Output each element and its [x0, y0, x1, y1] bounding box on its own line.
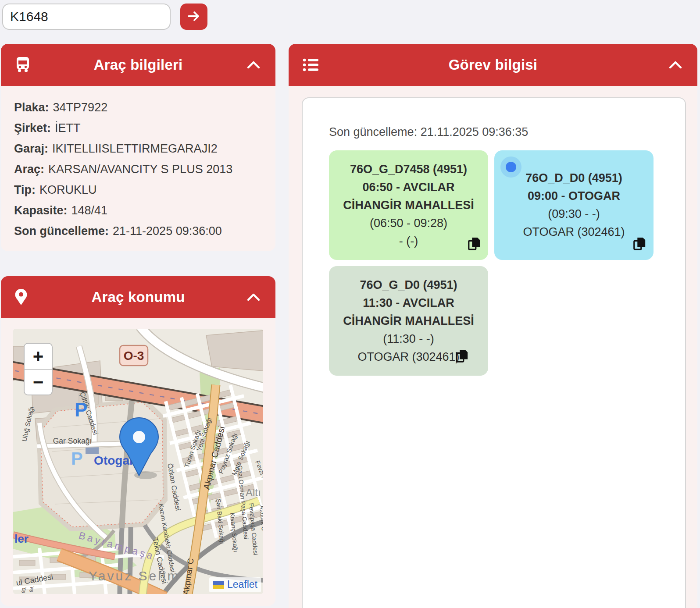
task-card: 76O_G_D7458 (4951) 06:50 - AVCILAR CİHAN… [329, 150, 488, 260]
vehicle-info-header[interactable]: Araç bilgileri [1, 44, 275, 86]
task-info-panel: Görev bilgisi Son güncelleme: 21.11.2025… [289, 44, 697, 608]
map-label-yavuz-selim: Yavuz Selim [89, 569, 180, 583]
task-route: 09:00 - OTOGAR [528, 187, 620, 205]
map-label-o3: O-3 [124, 349, 144, 363]
search-bar [2, 4, 207, 30]
bus-icon [14, 56, 34, 74]
map-parking-icon: P [71, 449, 83, 468]
vehicle-field-kapasite: Kapasite:148/41 [14, 200, 262, 221]
list-icon [302, 56, 322, 74]
task-title: 76O_G_D0 (4951) [360, 276, 457, 294]
task-stop: OTOGAR (302461) [357, 348, 459, 366]
tasks-last-update: Son güncelleme: 21.11.2025 09:36:35 [329, 125, 685, 139]
task-info-header[interactable]: Görev bilgisi [289, 44, 697, 86]
map-label-gar: Gar Sokağı [53, 437, 92, 445]
vehicle-field-garaj: Garaj:IKITELLIISLETTIRMEGARAJI2 [14, 139, 262, 159]
vehicle-info-title: Araç bilgileri [34, 57, 242, 73]
active-status-dot [506, 162, 516, 172]
collapse-chevron-up-icon[interactable] [242, 59, 262, 71]
arrow-right-icon [186, 9, 201, 25]
vehicle-info-body: Plaka:34TP7922 Şirket:İETT Garaj:IKITELL… [1, 86, 275, 251]
map-parking-icon: P [75, 399, 87, 420]
vehicle-field-son-guncelleme: Son güncelleme:21-11-2025 09:36:00 [14, 221, 262, 242]
vehicle-field-arac: Araç:KARSAN/AVANCITY S PLUS 2013 [14, 159, 262, 180]
task-card-active: 76O_D_D0 (4951) 09:00 - OTOGAR (09:30 - … [494, 150, 654, 260]
leaflet-map[interactable]: + − Leaflet [13, 329, 263, 594]
task-stop: OTOGAR (302461) [523, 223, 625, 241]
task-time-window: (09:30 - -) [548, 205, 600, 223]
map-label-alti: Altı [246, 487, 261, 498]
map-o3-badge: O-3 [120, 345, 148, 366]
collapse-chevron-up-icon[interactable] [664, 59, 684, 71]
task-route: 06:50 - AVCILAR CİHANGİR MAHALLESİ [339, 178, 479, 214]
task-time-window: (11:30 - -) [383, 330, 434, 348]
task-stop: - (-) [399, 232, 418, 250]
map-zoom-out-button[interactable]: − [25, 369, 52, 395]
location-pin-icon [14, 288, 34, 306]
vehicle-field-tip: Tip:KORUKLU [14, 180, 262, 200]
vehicle-location-title: Araç konumu [34, 289, 242, 306]
copy-icon[interactable] [455, 348, 469, 365]
task-card: 76O_G_D0 (4951) 11:30 - AVCILAR CİHANGİR… [329, 266, 488, 376]
collapse-chevron-up-icon[interactable] [242, 292, 262, 303]
task-title: 76O_D_D0 (4951) [525, 169, 622, 187]
map-zoom-control: + − [24, 343, 53, 395]
task-list-card: Son güncelleme: 21.11.2025 09:36:35 76O_… [302, 97, 686, 608]
map-zoom-in-button[interactable]: + [25, 344, 52, 369]
leaflet-attribution-link[interactable]: Leaflet [227, 579, 257, 590]
search-submit-button[interactable] [180, 4, 207, 30]
task-title: 76O_G_D7458 (4951) [350, 160, 467, 178]
task-info-body: Son güncelleme: 21.11.2025 09:36:35 76O_… [289, 86, 697, 608]
vehicle-location-header[interactable]: Araç konumu [1, 276, 275, 318]
copy-icon[interactable] [467, 236, 481, 253]
search-input[interactable] [2, 4, 171, 30]
copy-icon[interactable] [632, 236, 646, 253]
ukraine-flag-icon [213, 581, 224, 589]
vehicle-field-sirket: Şirket:İETT [14, 118, 262, 139]
vehicle-location-body: + − Leaflet [1, 318, 275, 606]
map-attribution[interactable]: Leaflet [209, 577, 261, 592]
task-cards: 76O_G_D7458 (4951) 06:50 - AVCILAR CİHAN… [329, 150, 662, 376]
map-label-ler: ler [14, 532, 29, 545]
vehicle-info-panel: Araç bilgileri Plaka:34TP7922 Şirket:İET… [1, 44, 275, 251]
vehicle-location-panel: Araç konumu + − Leaflet [1, 276, 275, 606]
task-info-title: Görev bilgisi [322, 57, 664, 73]
task-route: 11:30 - AVCILAR CİHANGİR MAHALLESİ [339, 294, 479, 330]
vehicle-field-plaka: Plaka:34TP7922 [14, 97, 262, 118]
task-time-window: (06:50 - 09:28) [370, 214, 447, 232]
